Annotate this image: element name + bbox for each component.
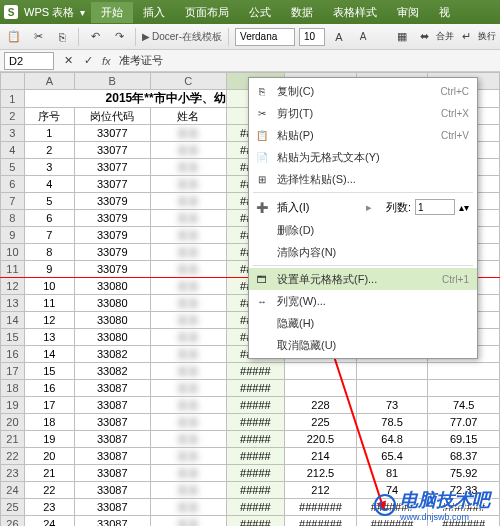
formula-input[interactable]: 准考证号 (115, 53, 500, 68)
cell[interactable]: 33077 (74, 176, 150, 193)
cell[interactable] (285, 363, 357, 380)
cell[interactable]: 6 (24, 210, 74, 227)
row-header[interactable]: 19 (1, 397, 25, 414)
cell[interactable]: 33087 (74, 448, 150, 465)
cell[interactable]: 33079 (74, 193, 150, 210)
row-header[interactable]: 6 (1, 176, 25, 193)
font-shrink-icon[interactable]: A (353, 27, 373, 47)
row-header[interactable]: 16 (1, 346, 25, 363)
table-row[interactable]: 20 18 33087 某某 ##### 225 78.5 77.07 (1, 414, 500, 431)
cell[interactable]: 33087 (74, 482, 150, 499)
ribbon-tab-formula[interactable]: 公式 (239, 2, 281, 23)
undo-icon[interactable]: ↶ (85, 27, 105, 47)
cell[interactable]: 某某 (150, 159, 226, 176)
cell[interactable]: 18 (24, 414, 74, 431)
insert-cols-input[interactable] (415, 199, 455, 215)
copy-icon[interactable]: ⎘ (52, 27, 72, 47)
cell[interactable]: 33087 (74, 499, 150, 516)
menu-cut[interactable]: ✂剪切(T)Ctrl+X (249, 102, 477, 124)
row-header[interactable]: 1 (1, 90, 25, 108)
cell[interactable]: 33080 (74, 329, 150, 346)
cell[interactable]: 214 (285, 448, 357, 465)
cell[interactable]: 77.07 (428, 414, 500, 431)
paste-icon[interactable]: 📋 (4, 27, 24, 47)
col-header[interactable]: B (74, 73, 150, 90)
cell[interactable]: 某某 (150, 261, 226, 278)
cell[interactable]: 某某 (150, 142, 226, 159)
cell[interactable]: 33079 (74, 227, 150, 244)
menu-paste-text[interactable]: 📄粘贴为无格式文本(Y) (249, 146, 477, 168)
cell[interactable]: 73 (356, 397, 428, 414)
cell[interactable]: 2 (24, 142, 74, 159)
row-header[interactable]: 20 (1, 414, 25, 431)
confirm-icon[interactable]: ✓ (78, 51, 98, 71)
cell[interactable]: 13 (24, 329, 74, 346)
table-row[interactable]: 17 15 33082 某某 ##### (1, 363, 500, 380)
cell[interactable]: 33079 (74, 244, 150, 261)
ribbon-tab-start[interactable]: 开始 (91, 2, 133, 23)
cell[interactable]: 10 (24, 278, 74, 295)
cell[interactable]: 某某 (150, 431, 226, 448)
cell[interactable]: 某某 (150, 499, 226, 516)
cell[interactable]: 某某 (150, 397, 226, 414)
cell[interactable]: 17 (24, 397, 74, 414)
cell[interactable] (428, 380, 500, 397)
cell[interactable]: 某某 (150, 516, 226, 527)
cell[interactable]: 33077 (74, 142, 150, 159)
cell[interactable]: 某某 (150, 312, 226, 329)
menu-insert[interactable]: ➕插入(I)▸ 列数:▴▾ (249, 195, 477, 219)
cell[interactable]: 33080 (74, 312, 150, 329)
menu-hide[interactable]: 隐藏(H) (249, 312, 477, 334)
table-row[interactable]: 19 17 33087 某某 ##### 228 73 74.5 (1, 397, 500, 414)
cell[interactable]: 某某 (150, 295, 226, 312)
cancel-icon[interactable]: ✕ (58, 51, 78, 71)
cell[interactable]: 5 (24, 193, 74, 210)
row-header[interactable]: 3 (1, 125, 25, 142)
cell[interactable]: 75.92 (428, 465, 500, 482)
cell[interactable]: ##### (226, 499, 285, 516)
cell[interactable]: 33082 (74, 346, 150, 363)
cell[interactable]: 33087 (74, 380, 150, 397)
cell[interactable]: 岗位代码 (74, 108, 150, 125)
row-header[interactable]: 4 (1, 142, 25, 159)
menu-clear[interactable]: 清除内容(N) (249, 241, 477, 263)
cell[interactable]: 某某 (150, 278, 226, 295)
cell[interactable]: 某某 (150, 414, 226, 431)
cell[interactable]: 序号 (24, 108, 74, 125)
cell[interactable]: 21 (24, 465, 74, 482)
cell[interactable]: ##### (226, 363, 285, 380)
menu-paste-special[interactable]: ⊞选择性粘贴(S)... (249, 168, 477, 190)
menu-column-width[interactable]: ↔列宽(W)... (249, 290, 477, 312)
cell[interactable]: 33080 (74, 295, 150, 312)
cell[interactable]: 1 (24, 125, 74, 142)
row-header[interactable]: 11 (1, 261, 25, 278)
cell[interactable]: ##### (226, 465, 285, 482)
cell[interactable]: 68.37 (428, 448, 500, 465)
cell[interactable]: 74.5 (428, 397, 500, 414)
row-header[interactable]: 7 (1, 193, 25, 210)
cell[interactable]: ##### (226, 516, 285, 527)
cell[interactable]: ##### (226, 482, 285, 499)
ribbon-tab-review[interactable]: 审阅 (387, 2, 429, 23)
cell[interactable]: 33079 (74, 210, 150, 227)
cell[interactable]: 33087 (74, 431, 150, 448)
cut-icon[interactable]: ✂ (28, 27, 48, 47)
cell[interactable]: 64.8 (356, 431, 428, 448)
cell[interactable]: 某某 (150, 346, 226, 363)
cell[interactable]: ##### (226, 448, 285, 465)
row-header[interactable]: 12 (1, 278, 25, 295)
wrap-icon[interactable]: ↵ (456, 27, 476, 47)
cell[interactable]: 15 (24, 363, 74, 380)
cell[interactable]: 33087 (74, 414, 150, 431)
cell[interactable]: 某某 (150, 193, 226, 210)
ribbon-tab-view[interactable]: 视 (429, 2, 460, 23)
ribbon-tab-layout[interactable]: 页面布局 (175, 2, 239, 23)
cell[interactable]: 姓名 (150, 108, 226, 125)
row-header[interactable]: 22 (1, 448, 25, 465)
cell[interactable]: 33077 (74, 159, 150, 176)
row-header[interactable]: 21 (1, 431, 25, 448)
app-dropdown-icon[interactable]: ▾ (80, 7, 85, 18)
cell[interactable]: ####### (285, 516, 357, 527)
cell[interactable]: 212 (285, 482, 357, 499)
cell[interactable]: ##### (226, 380, 285, 397)
